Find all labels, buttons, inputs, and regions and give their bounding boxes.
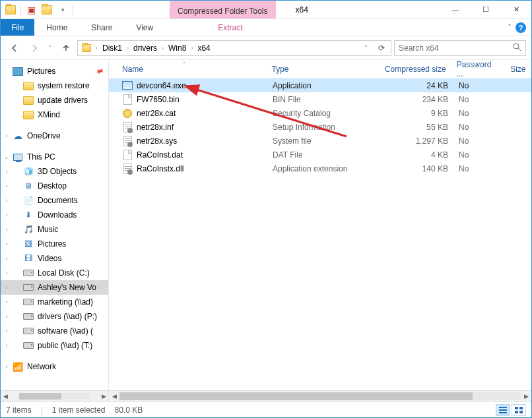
file-password: No [453,95,508,104]
tab-share[interactable]: Share [79,19,124,36]
nav-thispc-item[interactable]: ›software (\\ad) ( [1,324,108,338]
qat-new-folder-icon[interactable] [40,3,54,17]
file-compressed-size: 55 KB [373,123,453,132]
file-row[interactable]: RaCoInst.datDAT File4 KBNo [109,148,531,162]
close-button[interactable]: ✕ [501,1,531,18]
nav-recent-icon[interactable]: ˅ [46,40,55,57]
file-name: RaCoInstx.dll [137,164,183,173]
app-icon[interactable] [3,3,18,17]
nav-thispc-item[interactable]: ›marketing (\\ad) [1,295,108,309]
nav-network[interactable]: ›📶Network [1,359,108,374]
status-bar: 7 items | 1 item selected 80.0 KB [1,402,531,417]
file-tab[interactable]: File [1,19,34,36]
nav-thispc-item[interactable]: ›public (\\ad) (T:) [1,338,108,353]
nav-thispc-item[interactable]: ›🎵Music [1,222,108,237]
quick-access-toolbar: ▣ ▾ [1,1,77,18]
nav-thispc-item[interactable]: ›🖥Desktop [1,179,108,193]
tab-view[interactable]: View [124,19,165,36]
status-size: 80.0 KB [115,405,143,415]
tab-extract[interactable]: Extract [206,19,254,36]
nav-quick-item[interactable]: update drivers [1,93,108,107]
qat-customize-icon[interactable]: ▾ [55,3,70,17]
nav-horizontal-scrollbar[interactable]: ◀▶ [1,390,108,402]
window-title: x64 [276,1,440,18]
search-icon[interactable] [512,42,521,53]
nav-this-pc[interactable]: ⌄This PC [1,150,108,164]
address-bar[interactable]: › Disk1 › drivers › Win8 › x64 ˅ ⟳ [77,40,391,56]
minimize-button[interactable]: — [440,1,471,18]
nav-thispc-item[interactable]: ›🖼Pictures [1,237,108,251]
nav-forward-button[interactable] [26,40,43,57]
col-compressed-size[interactable]: Compressed size [371,65,451,74]
file-row[interactable]: netr28x.catSecurity Catalog9 KBNo [109,106,531,120]
nav-quick-item[interactable]: system restore [1,78,108,93]
file-compressed-size: 234 KB [373,95,453,104]
nav-onedrive[interactable]: ›☁OneDrive [1,129,108,143]
breadcrumb-seg[interactable]: Disk1 [100,41,125,55]
nav-pictures[interactable]: Pictures [1,64,108,78]
refresh-icon[interactable]: ⟳ [374,41,389,55]
column-headers[interactable]: Name˄ Type Compressed size Password ... … [109,60,531,78]
col-type[interactable]: Type [266,65,371,74]
nav-thispc-item[interactable]: ›drivers (\\ad) (P:) [1,309,108,324]
nav-thispc-item[interactable]: ›🎞Videos [1,251,108,266]
address-dropdown-icon[interactable]: ˅ [358,41,374,55]
svg-rect-6 [515,407,518,409]
breadcrumb-seg[interactable]: Win8 [166,41,189,55]
svg-rect-8 [515,411,518,413]
file-password: No [453,81,508,90]
nav-thispc-item[interactable]: ›📄Documents [1,193,108,208]
file-type: Setup Information [267,123,373,132]
tab-home[interactable]: Home [34,19,79,36]
ribbon-expand-icon[interactable]: ˅ [508,23,512,32]
qat-properties-icon[interactable]: ▣ [24,3,38,17]
status-item-count: 7 items [6,405,32,415]
file-type: System file [267,136,373,146]
explorer-window: ▣ ▾ Compressed Folder Tools x64 — ☐ ✕ Fi… [0,0,532,418]
navigation-pane[interactable]: Pictures system restore update drivers X… [1,60,109,402]
view-details-button[interactable] [496,404,510,416]
help-icon[interactable]: ? [515,22,526,33]
file-password: No [453,164,508,173]
search-input[interactable]: Search x64 [394,40,526,56]
nav-thispc-item[interactable]: ›⬇Downloads [1,208,108,222]
file-type: Application [267,81,373,90]
file-list[interactable]: devcon64.exeApplication24 KBNoFW7650.bin… [109,78,531,390]
file-compressed-size: 24 KB [373,81,453,90]
file-compressed-size: 140 KB [373,164,453,173]
breadcrumb-seg[interactable]: x64 [195,41,213,55]
file-type: DAT File [267,150,373,160]
nav-back-button[interactable] [6,40,23,57]
file-row[interactable]: devcon64.exeApplication24 KBNo [109,78,531,92]
nav-quick-item[interactable]: XMind [1,107,108,122]
file-row[interactable]: RaCoInstx.dllApplication extension140 KB… [109,162,531,175]
svg-rect-3 [499,407,507,408]
file-password: No [453,150,508,160]
title-bar: ▣ ▾ Compressed Folder Tools x64 — ☐ ✕ [1,1,531,19]
file-type: Application extension [267,164,373,173]
file-password: No [453,136,508,146]
nav-thispc-item[interactable]: ›🧊3D Objects [1,164,108,179]
nav-thispc-item[interactable]: ›Ashley's New Vo [1,280,108,295]
svg-rect-4 [499,409,507,411]
file-type: Security Catalog [267,109,373,118]
file-type: BIN File [267,95,373,104]
col-password[interactable]: Password ... [451,60,506,78]
file-password: No [453,123,508,132]
context-tab-label: Compressed Folder Tools [170,1,276,18]
col-size[interactable]: Size [505,65,531,74]
maximize-button[interactable]: ☐ [471,1,501,18]
search-placeholder: Search x64 [399,44,512,53]
file-name: netr28x.sys [137,136,177,146]
file-compressed-size: 9 KB [373,109,453,118]
nav-thispc-item[interactable]: ›Local Disk (C:) [1,266,108,280]
breadcrumb-seg[interactable]: drivers [131,41,160,55]
file-row[interactable]: FW7650.binBIN File234 KBNo [109,92,531,106]
col-name[interactable]: Name˄ [117,65,266,74]
view-large-icons-button[interactable] [512,404,526,416]
svg-rect-7 [519,407,523,409]
file-row[interactable]: netr28x.infSetup Information55 KBNo [109,120,531,134]
nav-up-button[interactable] [57,40,75,57]
content-horizontal-scrollbar[interactable]: ◀▶ [109,390,531,402]
file-row[interactable]: netr28x.sysSystem file1,297 KBNo [109,134,531,148]
